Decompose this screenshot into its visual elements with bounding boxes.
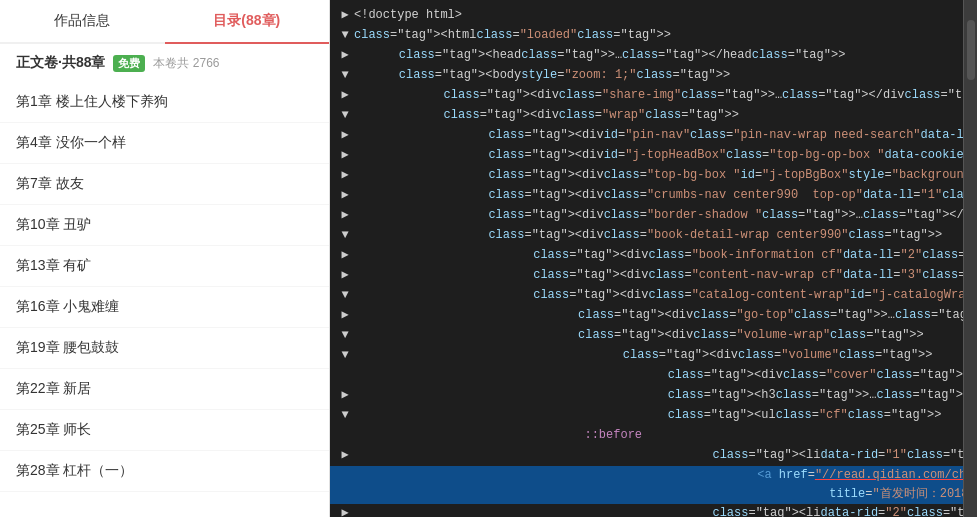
code-area[interactable]: ▶<!doctype html>▼class="tag"><html class… bbox=[330, 0, 963, 517]
code-line: ▶ class="tag"><h3class="tag">>…class="ta… bbox=[330, 386, 963, 406]
expand-arrow[interactable]: ▼ bbox=[338, 226, 352, 245]
code-line: ▶ <a href="//read.qidian.com/chapter/ZBy… bbox=[330, 466, 963, 504]
code-line: ▼ class="tag"><body style="zoom: 1;"clas… bbox=[330, 66, 963, 86]
expand-arrow[interactable]: ▶ bbox=[338, 146, 352, 165]
volume-badge: 免费 bbox=[113, 55, 145, 72]
chapter-item[interactable]: 第28章 杠杆（一） bbox=[0, 451, 329, 492]
code-line: ▼class="tag"><html class="loaded"class="… bbox=[330, 26, 963, 46]
right-wrapper: ▶<!doctype html>▼class="tag"><html class… bbox=[330, 0, 977, 517]
expand-arrow[interactable]: ▶ bbox=[338, 166, 352, 185]
expand-arrow[interactable]: ▶ bbox=[338, 126, 352, 145]
chapter-item[interactable]: 第4章 没你一个样 bbox=[0, 123, 329, 164]
code-line: ▶ class="tag"><li data-rid="2"class="tag… bbox=[330, 504, 963, 517]
chapter-item[interactable]: 第25章 师长 bbox=[0, 410, 329, 451]
code-line: ▶ class="tag"><div class="top-bg-box " i… bbox=[330, 166, 963, 186]
code-panel: ▶<!doctype html>▼class="tag"><html class… bbox=[330, 0, 963, 517]
code-line: ▶ class="tag"><div id="pin-nav" class="p… bbox=[330, 126, 963, 146]
chapter-list: 第1章 楼上住人楼下养狗第4章 没你一个样第7章 故友第10章 丑驴第13章 有… bbox=[0, 82, 329, 517]
chapter-item[interactable]: 第16章 小鬼难缠 bbox=[0, 287, 329, 328]
expand-arrow[interactable]: ▼ bbox=[338, 286, 352, 305]
code-line: ▶ class="tag"><div id="j-topHeadBox" cla… bbox=[330, 146, 963, 166]
expand-arrow[interactable]: ▼ bbox=[338, 106, 352, 125]
expand-arrow[interactable]: ▼ bbox=[338, 66, 352, 85]
expand-arrow[interactable]: ▶ bbox=[338, 386, 352, 405]
chapter-item[interactable]: 第22章 新居 bbox=[0, 369, 329, 410]
left-panel: 作品信息 目录(88章) 正文卷·共88章 免费 本卷共 2766 第1章 楼上… bbox=[0, 0, 330, 517]
code-line: ▶ class="tag"><div class="crumbs-nav cen… bbox=[330, 186, 963, 206]
code-line: ▶ class="tag"><headclass="tag">>…class="… bbox=[330, 46, 963, 66]
code-line: ▼ class="tag"><ul class="cf"class="tag">… bbox=[330, 406, 963, 426]
expand-arrow[interactable]: ▼ bbox=[338, 326, 352, 345]
expand-arrow[interactable]: ▼ bbox=[338, 406, 352, 425]
code-line: ▶ class="tag"><div class="book-informati… bbox=[330, 246, 963, 266]
expand-arrow[interactable]: ▼ bbox=[338, 26, 352, 45]
code-line: ▼ class="tag"><div class="book-detail-wr… bbox=[330, 226, 963, 246]
expand-arrow[interactable]: ▶ bbox=[338, 306, 352, 325]
scrollbar-right[interactable] bbox=[963, 0, 977, 517]
expand-arrow[interactable]: ▶ bbox=[338, 504, 352, 517]
code-line: ▶ class="tag"><div class="border-shadow … bbox=[330, 206, 963, 226]
code-line: ▶<!doctype html> bbox=[330, 6, 963, 26]
code-line: ▶ class="tag"><div class="content-nav-wr… bbox=[330, 266, 963, 286]
chapter-item[interactable]: 第7章 故友 bbox=[0, 164, 329, 205]
code-line: ▼ class="tag"><div class="volume-wrap"cl… bbox=[330, 326, 963, 346]
tab-catalog[interactable]: 目录(88章) bbox=[165, 0, 330, 44]
chapter-item[interactable]: 第1章 楼上住人楼下养狗 bbox=[0, 82, 329, 123]
expand-arrow[interactable]: ▶ bbox=[338, 446, 352, 465]
code-line: ▶ class="tag"><li data-rid="1"class="tag… bbox=[330, 446, 963, 466]
code-line: ▶ class="tag"><div class="cover"class="t… bbox=[330, 366, 963, 386]
code-line: ▶ class="tag"><div class="go-top"class="… bbox=[330, 306, 963, 326]
volume-count: 本卷共 2766 bbox=[153, 55, 219, 72]
tab-info[interactable]: 作品信息 bbox=[0, 0, 165, 42]
code-line: ▶ ::before bbox=[330, 426, 963, 446]
left-tabs: 作品信息 目录(88章) bbox=[0, 0, 329, 44]
expand-arrow[interactable]: ▶ bbox=[338, 206, 352, 225]
expand-arrow[interactable]: ▶ bbox=[338, 246, 352, 265]
expand-arrow[interactable]: ▶ bbox=[338, 46, 352, 65]
chapter-item[interactable]: 第13章 有矿 bbox=[0, 246, 329, 287]
code-line: ▼ class="tag"><div class="catalog-conten… bbox=[330, 286, 963, 306]
expand-arrow[interactable]: ▶ bbox=[338, 266, 352, 285]
expand-arrow[interactable]: ▼ bbox=[338, 346, 352, 365]
code-line: ▶ class="tag"><div class="share-img"clas… bbox=[330, 86, 963, 106]
expand-arrow[interactable]: ▶ bbox=[338, 186, 352, 205]
expand-arrow[interactable]: ▶ bbox=[338, 6, 352, 25]
expand-arrow[interactable]: ▶ bbox=[338, 86, 352, 105]
volume-header: 正文卷·共88章 免费 本卷共 2766 bbox=[0, 44, 329, 82]
volume-title: 正文卷·共88章 bbox=[16, 54, 105, 72]
chapter-item[interactable]: 第10章 丑驴 bbox=[0, 205, 329, 246]
code-line: ▼ class="tag"><div class="wrap"class="ta… bbox=[330, 106, 963, 126]
code-line: ▼ class="tag"><div class="volume"class="… bbox=[330, 346, 963, 366]
chapter-item[interactable]: 第19章 腰包鼓鼓 bbox=[0, 328, 329, 369]
